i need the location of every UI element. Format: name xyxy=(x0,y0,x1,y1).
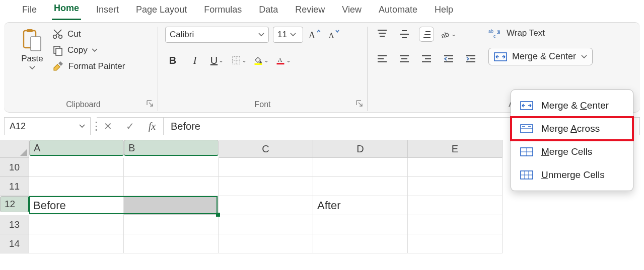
cell-A13[interactable] xyxy=(29,215,124,234)
row-header-10[interactable]: 10 xyxy=(0,158,29,177)
cell-B14[interactable] xyxy=(124,234,219,253)
menu-item-merge-and-center[interactable]: Merge & Center xyxy=(511,94,633,117)
insert-function-button[interactable]: fx xyxy=(141,121,163,132)
cell-E14[interactable] xyxy=(408,234,503,253)
cancel-button[interactable]: ✕ xyxy=(97,120,119,132)
tab-help[interactable]: Help xyxy=(433,2,455,20)
font-name-value: Calibri xyxy=(170,30,255,40)
cell-B12[interactable] xyxy=(124,196,219,215)
cell-C12[interactable] xyxy=(219,196,313,215)
merge-dropdown-menu: Merge & Center Merge Across Merge Cells … xyxy=(511,89,633,191)
format-painter-button[interactable]: Format Painter xyxy=(52,61,125,72)
chevron-down-icon[interactable] xyxy=(29,66,35,70)
align-top-button[interactable] xyxy=(375,27,390,42)
cell-E12[interactable] xyxy=(408,196,503,215)
wrap-text-button[interactable]: abc Wrap Text xyxy=(488,28,593,39)
column-header-E[interactable]: E xyxy=(408,140,503,158)
column-header-B[interactable]: B xyxy=(124,140,219,156)
svg-text:A: A xyxy=(329,32,334,39)
cell-C14[interactable] xyxy=(219,234,313,253)
cell-D11[interactable] xyxy=(313,177,408,196)
tab-page-layout[interactable]: Page Layout xyxy=(134,2,189,20)
column-header-D[interactable]: D xyxy=(313,140,408,158)
cell-C11[interactable] xyxy=(219,177,313,196)
svg-text:ab: ab xyxy=(441,30,450,40)
menu-item-label: Merge Cells xyxy=(541,146,592,157)
cell-E10[interactable] xyxy=(408,158,503,177)
chevron-down-icon[interactable]: ⌄ xyxy=(242,57,247,64)
cell-A14[interactable] xyxy=(29,234,124,253)
decrease-indent-button[interactable] xyxy=(441,52,456,67)
dialog-launcher-icon[interactable] xyxy=(355,99,364,108)
cell-C13[interactable] xyxy=(219,215,313,234)
row-header-14[interactable]: 14 xyxy=(0,234,29,253)
column-header-A[interactable]: A xyxy=(29,140,124,156)
cell-D10[interactable] xyxy=(313,158,408,177)
chevron-down-icon[interactable]: ⌄ xyxy=(219,57,224,64)
tab-home[interactable]: Home xyxy=(52,0,81,20)
align-middle-button[interactable] xyxy=(397,27,412,42)
align-right-button[interactable] xyxy=(419,52,434,67)
decrease-font-size-button[interactable]: A xyxy=(326,27,341,42)
menu-item-merge-cells[interactable]: Merge Cells xyxy=(511,140,633,163)
font-size-select[interactable]: 11 xyxy=(273,27,303,43)
font-color-button[interactable]: A⌄ xyxy=(276,53,291,68)
tab-file[interactable]: File xyxy=(20,2,39,20)
orientation-button[interactable]: ab⌄ xyxy=(441,27,456,42)
chevron-down-icon[interactable] xyxy=(79,124,85,128)
tab-insert[interactable]: Insert xyxy=(94,2,121,20)
row-header-12[interactable]: 12 xyxy=(0,196,29,212)
select-all-corner[interactable] xyxy=(0,140,29,158)
copy-button[interactable]: Copy xyxy=(52,45,125,56)
underline-button[interactable]: U⌄ xyxy=(209,53,225,68)
borders-button[interactable]: ⌄ xyxy=(232,53,247,68)
row-header-13[interactable]: 13 xyxy=(0,215,29,234)
chevron-down-icon[interactable] xyxy=(92,48,98,52)
paintbrush-icon xyxy=(52,61,64,72)
tab-formulas[interactable]: Formulas xyxy=(202,2,244,20)
tab-automate[interactable]: Automate xyxy=(377,2,419,20)
cell-E11[interactable] xyxy=(408,177,503,196)
tab-review[interactable]: Review xyxy=(293,2,327,20)
cut-button[interactable]: Cut xyxy=(52,29,125,40)
merge-center-icon xyxy=(520,101,532,111)
name-box[interactable]: A12 xyxy=(4,117,91,135)
align-left-button[interactable] xyxy=(375,52,390,67)
align-center-button[interactable] xyxy=(397,52,412,67)
cell-C10[interactable] xyxy=(219,158,313,177)
menu-item-unmerge-cells[interactable]: Unmerge Cells xyxy=(511,163,633,187)
cell-D14[interactable] xyxy=(313,234,408,253)
bold-button[interactable]: B xyxy=(165,53,180,68)
cell-A11[interactable] xyxy=(29,177,124,196)
chevron-down-icon[interactable] xyxy=(581,55,587,59)
column-header-C[interactable]: C xyxy=(219,140,313,158)
row-header-11[interactable]: 11 xyxy=(0,177,29,196)
svg-rect-12 xyxy=(255,63,262,65)
cell-B11[interactable] xyxy=(124,177,219,196)
italic-button[interactable]: I xyxy=(187,53,202,68)
chevron-down-icon[interactable]: ⌄ xyxy=(286,57,291,64)
cell-B10[interactable] xyxy=(124,158,219,177)
menu-item-merge-across[interactable]: Merge Across xyxy=(511,117,633,140)
tab-view[interactable]: View xyxy=(340,2,364,20)
dialog-launcher-icon[interactable] xyxy=(146,99,155,108)
chevron-down-icon[interactable]: ⌄ xyxy=(264,57,269,64)
cell-A12[interactable]: Before xyxy=(29,196,124,215)
fill-color-button[interactable]: ⌄ xyxy=(254,53,269,68)
align-bottom-button[interactable] xyxy=(419,27,434,42)
increase-indent-button[interactable] xyxy=(463,52,478,67)
cell-D12[interactable]: After xyxy=(313,196,408,215)
chevron-down-icon[interactable]: ⌄ xyxy=(451,31,456,38)
merge-center-icon xyxy=(494,52,507,62)
tab-data[interactable]: Data xyxy=(257,2,280,20)
merge-center-button[interactable]: Merge & Center xyxy=(488,48,593,65)
increase-font-size-button[interactable]: A xyxy=(307,27,322,42)
cell-D13[interactable] xyxy=(313,215,408,234)
enter-button[interactable]: ✓ xyxy=(119,120,141,132)
paste-button[interactable]: Paste xyxy=(16,27,48,72)
cell-A10[interactable] xyxy=(29,158,124,177)
font-name-select[interactable]: Calibri xyxy=(165,27,269,43)
grip-icon[interactable]: ⋮ xyxy=(91,120,97,133)
cell-E13[interactable] xyxy=(408,215,503,234)
cell-B13[interactable] xyxy=(124,215,219,234)
